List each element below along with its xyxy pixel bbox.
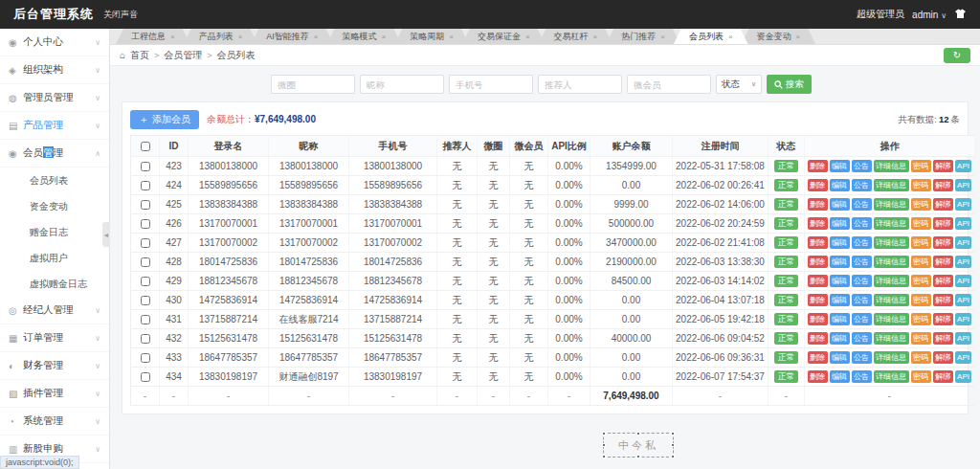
- 公告-button[interactable]: 公告: [852, 370, 872, 383]
- 公告-button[interactable]: 公告: [852, 294, 872, 306]
- sidebar-item-财务管理[interactable]: ◐财务管理∨: [0, 352, 109, 380]
- api-button[interactable]: API: [955, 370, 972, 383]
- 公告-button[interactable]: 公告: [852, 351, 872, 364]
- add-member-button[interactable]: ＋添加会员: [130, 110, 199, 129]
- 密码-button[interactable]: 密码: [911, 294, 931, 306]
- 密码-button[interactable]: 密码: [911, 256, 931, 268]
- api-button[interactable]: API: [955, 198, 972, 211]
- search-field-推荐人[interactable]: [538, 75, 622, 94]
- 公告-button[interactable]: 公告: [852, 332, 872, 345]
- sidebar-item-插件管理[interactable]: ▧插件管理∨: [0, 380, 109, 408]
- tab-交易杠杆[interactable]: 交易杠杆×: [539, 29, 613, 44]
- 编辑-button[interactable]: 编辑: [830, 179, 850, 191]
- row-checkbox[interactable]: [141, 372, 150, 382]
- api-button[interactable]: API: [955, 294, 972, 306]
- sidebar-subitem-虚拟赠金日志[interactable]: 虚拟赠金日志: [0, 271, 109, 297]
- 详细信息-button[interactable]: 详细信息: [874, 217, 909, 230]
- api-button[interactable]: API: [955, 332, 972, 345]
- 编辑-button[interactable]: 编辑: [830, 236, 850, 249]
- sidebar-item-组织架构[interactable]: ◈组织架构∨: [0, 56, 109, 84]
- search-field-微圈[interactable]: [271, 75, 355, 94]
- row-checkbox[interactable]: [141, 315, 150, 324]
- close-tab-icon[interactable]: ×: [382, 33, 387, 41]
- sidebar-collapse-handle[interactable]: ◄: [102, 222, 110, 247]
- 删除-button[interactable]: 删除: [808, 275, 828, 287]
- 删除-button[interactable]: 删除: [808, 198, 828, 211]
- 删除-button[interactable]: 删除: [808, 179, 828, 191]
- sidebar-subitem-资金变动[interactable]: 资金变动: [0, 193, 109, 219]
- 公告-button[interactable]: 公告: [852, 179, 872, 191]
- 密码-button[interactable]: 密码: [911, 217, 931, 230]
- row-checkbox[interactable]: [141, 181, 150, 190]
- 详细信息-button[interactable]: 详细信息: [874, 256, 909, 268]
- sidebar-item-会员管理[interactable]: ◉会员管理∧: [0, 140, 109, 168]
- 详细信息-button[interactable]: 详细信息: [874, 236, 909, 249]
- 解绑-button[interactable]: 解绑: [933, 198, 953, 211]
- 密码-button[interactable]: 密码: [911, 332, 931, 345]
- 解绑-button[interactable]: 解绑: [933, 179, 953, 191]
- 解绑-button[interactable]: 解绑: [933, 370, 953, 383]
- api-button[interactable]: API: [955, 351, 972, 364]
- 编辑-button[interactable]: 编辑: [830, 313, 850, 325]
- 删除-button[interactable]: 删除: [808, 217, 828, 230]
- 删除-button[interactable]: 删除: [808, 294, 828, 306]
- tab-AI智能推荐[interactable]: AI智能推荐×: [251, 29, 333, 44]
- 公告-button[interactable]: 公告: [852, 256, 872, 268]
- 公告-button[interactable]: 公告: [852, 275, 872, 287]
- 删除-button[interactable]: 删除: [808, 236, 828, 249]
- 详细信息-button[interactable]: 详细信息: [874, 332, 909, 345]
- sidebar-subitem-虚拟用户[interactable]: 虚拟用户: [0, 245, 109, 271]
- 解绑-button[interactable]: 解绑: [933, 256, 953, 268]
- sidebar-item-经纪人管理[interactable]: ◎经纪人管理∨: [0, 297, 109, 324]
- tab-交易保证金[interactable]: 交易保证金×: [462, 29, 546, 44]
- close-tab-icon[interactable]: ×: [525, 33, 530, 41]
- sound-toggle-link[interactable]: 关闭声音: [103, 9, 138, 21]
- close-tab-icon[interactable]: ×: [170, 33, 175, 41]
- tab-热门推荐[interactable]: 热门推荐×: [606, 29, 680, 44]
- sidebar-subitem-会员列表[interactable]: 会员列表: [0, 168, 109, 193]
- 密码-button[interactable]: 密码: [911, 275, 931, 287]
- 解绑-button[interactable]: 解绑: [933, 294, 953, 306]
- tab-产品列表[interactable]: 产品列表×: [184, 29, 258, 44]
- tab-会员列表[interactable]: 会员列表×: [674, 29, 748, 44]
- refresh-button[interactable]: ↻: [944, 48, 970, 63]
- sidebar-item-个人中心[interactable]: ◉个人中心∨: [0, 29, 109, 56]
- tab-工程信息[interactable]: 工程信息×: [116, 29, 190, 44]
- 解绑-button[interactable]: 解绑: [933, 236, 953, 249]
- sidebar-subitem-赠金日志[interactable]: 赠金日志: [0, 219, 109, 245]
- 公告-button[interactable]: 公告: [852, 313, 872, 325]
- close-tab-icon[interactable]: ×: [660, 33, 665, 41]
- 编辑-button[interactable]: 编辑: [830, 160, 850, 172]
- 编辑-button[interactable]: 编辑: [830, 370, 850, 383]
- 解绑-button[interactable]: 解绑: [933, 275, 953, 287]
- 编辑-button[interactable]: 编辑: [830, 332, 850, 345]
- 编辑-button[interactable]: 编辑: [830, 294, 850, 306]
- status-select[interactable]: 状态∨: [716, 75, 762, 94]
- close-tab-icon[interactable]: ×: [796, 33, 801, 41]
- api-button[interactable]: API: [955, 160, 972, 172]
- row-checkbox[interactable]: [141, 200, 150, 210]
- 编辑-button[interactable]: 编辑: [830, 256, 850, 268]
- search-field-微会员[interactable]: [627, 75, 711, 94]
- 密码-button[interactable]: 密码: [911, 313, 931, 325]
- 删除-button[interactable]: 删除: [808, 256, 828, 268]
- search-field-手机号[interactable]: [449, 75, 533, 94]
- tab-策略模式[interactable]: 策略模式×: [327, 29, 402, 44]
- 密码-button[interactable]: 密码: [911, 179, 931, 191]
- row-checkbox[interactable]: [141, 219, 150, 229]
- tab-策略周期[interactable]: 策略周期×: [394, 29, 469, 44]
- 详细信息-button[interactable]: 详细信息: [874, 294, 909, 306]
- 详细信息-button[interactable]: 详细信息: [874, 275, 909, 287]
- 编辑-button[interactable]: 编辑: [830, 351, 850, 364]
- api-button[interactable]: API: [955, 256, 972, 268]
- api-button[interactable]: API: [955, 179, 972, 191]
- 公告-button[interactable]: 公告: [852, 160, 872, 172]
- 公告-button[interactable]: 公告: [852, 236, 872, 249]
- user-menu[interactable]: admin ∨: [912, 10, 947, 20]
- 详细信息-button[interactable]: 详细信息: [874, 160, 909, 172]
- 编辑-button[interactable]: 编辑: [830, 198, 850, 211]
- 解绑-button[interactable]: 解绑: [933, 160, 953, 172]
- 密码-button[interactable]: 密码: [911, 236, 931, 249]
- 密码-button[interactable]: 密码: [911, 351, 931, 364]
- api-button[interactable]: API: [955, 217, 972, 230]
